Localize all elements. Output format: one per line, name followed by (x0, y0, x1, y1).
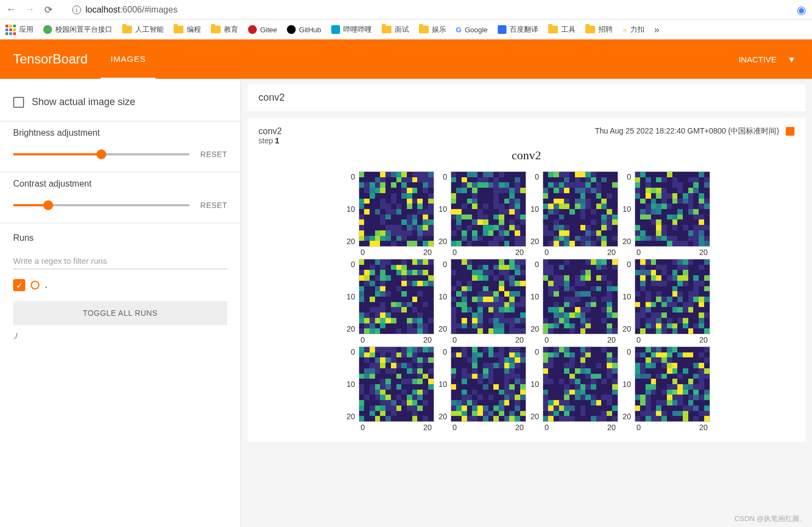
bookmark-item[interactable]: 编程 (174, 25, 201, 34)
folder-icon (419, 26, 429, 33)
chevron-down-icon: ▼ (787, 55, 796, 64)
folder-icon (382, 26, 391, 33)
tensorboard-logo: TensorBoard (0, 51, 101, 67)
card-timestamp: Thu Aug 25 2022 18:22:40 GMT+0800 (中国标准时… (595, 126, 779, 136)
contrast-reset-button[interactable]: RESET (200, 201, 227, 210)
run-checkbox[interactable]: ✓ (13, 279, 25, 291)
tag-accordion[interactable]: conv2 (247, 84, 805, 111)
card-step: step 1 (258, 136, 282, 145)
run-item[interactable]: ✓ . (13, 279, 227, 291)
bookmark-item[interactable]: 教育 (211, 25, 238, 34)
sidebar: Show actual image size Brightness adjust… (0, 79, 241, 527)
heatmap-subplot: 01020020 (343, 171, 434, 258)
folder-icon (174, 26, 183, 33)
bookmark-item[interactable]: 百度翻译 (498, 25, 538, 34)
inactive-dropdown[interactable]: INACTIVE ▼ (722, 55, 812, 64)
heatmap-subplot: 01020020 (435, 259, 526, 345)
runs-filter-input[interactable] (13, 253, 227, 269)
contrast-label: Contrast adjustment (13, 179, 227, 189)
heatmap-subplot: 01020020 (619, 259, 710, 345)
toggle-all-runs-button[interactable]: TOGGLE ALL RUNS (13, 301, 227, 325)
heatmap-subplot: 01020020 (343, 346, 434, 433)
bilibili-icon (331, 25, 340, 34)
bookmark-item[interactable]: ⟐力扣 (623, 25, 644, 34)
leetcode-icon: ⟐ (623, 26, 627, 34)
run-name: . (45, 280, 47, 290)
google-icon: G (456, 26, 462, 34)
url-text: localhost:6006/#images (85, 5, 177, 15)
contrast-slider[interactable] (13, 204, 189, 206)
site-icon (43, 25, 52, 34)
apps-grid-icon (5, 25, 16, 35)
bookmark-bar: 应用 校园闲置平台接口 人工智能 编程 教育 Gitee GitHub 哔哩哔哩… (0, 20, 812, 39)
tensorboard-header: TensorBoard IMAGES INACTIVE ▼ (0, 39, 812, 79)
feature-map-grid: 0102002001020020010200200102002001020020… (258, 171, 794, 433)
show-actual-size-checkbox[interactable] (13, 97, 24, 108)
bookmark-item[interactable]: GitHub (287, 25, 321, 34)
back-icon[interactable]: ← (5, 4, 16, 15)
heatmap-subplot: 01020020 (619, 171, 710, 258)
heatmap-subplot: 01020020 (527, 171, 618, 258)
folder-icon (548, 26, 558, 33)
folder-icon (211, 26, 221, 33)
csdn-watermark: CSDN @执笔画红颜、 (734, 514, 807, 524)
tab-images[interactable]: IMAGES (101, 40, 156, 79)
site-info-icon[interactable]: i (72, 5, 81, 14)
gitee-icon (248, 25, 257, 34)
baidu-icon (498, 25, 506, 34)
browser-nav-bar: ← → ⟳ i localhost:6006/#images ◉ (0, 0, 812, 20)
bookmark-item[interactable]: 工具 (548, 25, 575, 34)
run-color-swatch (786, 127, 794, 136)
runs-title: Runs (13, 233, 227, 243)
heatmap-subplot: 01020020 (527, 346, 618, 433)
bookmark-item[interactable]: 招聘 (585, 25, 613, 34)
heatmap-subplot: 01020020 (435, 346, 526, 433)
bookmark-item[interactable]: Gitee (248, 25, 277, 34)
heatmap-subplot: 01020020 (527, 259, 618, 345)
bookmark-item[interactable]: 人工智能 (122, 25, 164, 34)
run-color-swatch (31, 281, 39, 289)
reload-icon[interactable]: ⟳ (43, 4, 54, 16)
bookmark-overflow[interactable]: » (654, 24, 660, 36)
bookmark-item[interactable]: 娱乐 (419, 25, 446, 34)
brightness-reset-button[interactable]: RESET (200, 150, 227, 159)
bookmark-item[interactable]: 校园闲置平台接口 (43, 25, 112, 34)
heatmap-subplot: 01020020 (435, 171, 526, 258)
address-bar[interactable]: i localhost:6006/#images (61, 5, 788, 15)
main-content: conv2 conv2 step 1 Thu Aug 25 2022 18:22… (241, 79, 812, 527)
card-tag-name: conv2 (258, 126, 282, 136)
apps-label: 应用 (19, 25, 33, 34)
folder-icon (122, 26, 132, 33)
heatmap-subplot: 01020020 (619, 346, 710, 433)
plot-title: conv2 (258, 148, 794, 163)
run-path: ./ (13, 332, 227, 340)
apps-button[interactable]: 应用 (5, 25, 33, 35)
forward-icon[interactable]: → (24, 4, 35, 15)
bookmark-item[interactable]: 面试 (382, 25, 409, 34)
image-card: conv2 step 1 Thu Aug 25 2022 18:22:40 GM… (247, 118, 805, 442)
bookmark-item[interactable]: 哔哩哔哩 (331, 25, 372, 34)
bookmark-item[interactable]: GGoogle (456, 26, 488, 34)
brightness-label: Brightness adjustment (13, 128, 227, 138)
search-engine-icon[interactable]: ◉ (796, 3, 807, 16)
show-actual-size-label: Show actual image size (32, 96, 135, 108)
folder-icon (585, 26, 595, 33)
brightness-slider[interactable] (13, 153, 189, 155)
heatmap-subplot: 01020020 (343, 259, 434, 345)
github-icon (287, 25, 296, 34)
